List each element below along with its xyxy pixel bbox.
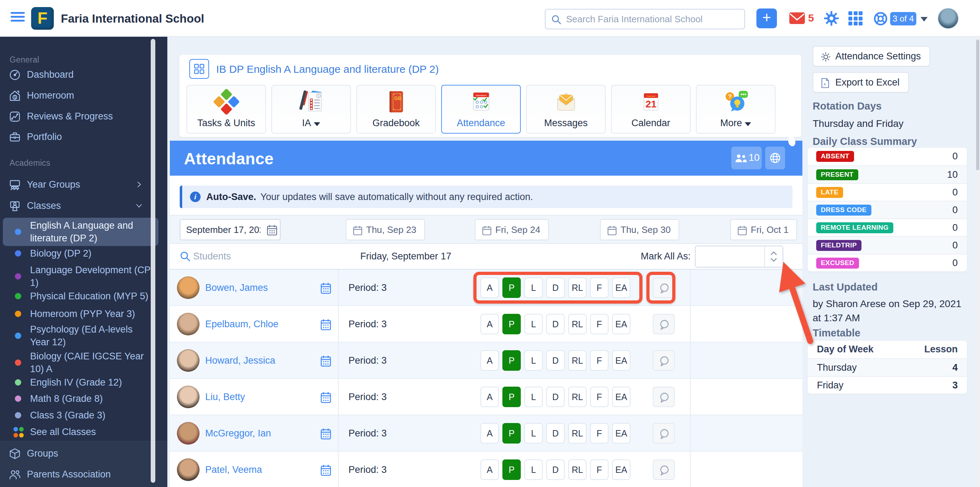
status-button-F[interactable]: F bbox=[590, 423, 609, 444]
mark-all-select[interactable] bbox=[695, 246, 783, 268]
status-button-A[interactable]: A bbox=[480, 314, 499, 334]
global-search-input[interactable] bbox=[566, 10, 740, 28]
calendar-icon[interactable] bbox=[320, 282, 331, 296]
sidebar-class-item[interactable]: Biology (DP 2) bbox=[0, 246, 161, 261]
student-name-link[interactable]: Howard, Jessica bbox=[205, 355, 275, 366]
status-button-P[interactable]: P bbox=[503, 350, 521, 371]
calendar-icon[interactable] bbox=[320, 428, 331, 441]
status-button-F[interactable]: F bbox=[590, 278, 609, 298]
status-button-EA[interactable]: EA bbox=[612, 387, 630, 407]
sidebar-class-item[interactable]: Math 8 (Grade 8) bbox=[0, 391, 161, 406]
status-button-L[interactable]: L bbox=[524, 459, 543, 480]
hamburger-menu-icon[interactable] bbox=[11, 12, 25, 25]
student-count-button[interactable]: 10 bbox=[731, 147, 762, 169]
status-button-RL[interactable]: RL bbox=[568, 350, 587, 371]
status-button-RL[interactable]: RL bbox=[568, 387, 587, 407]
status-button-EA[interactable]: EA bbox=[612, 459, 630, 480]
user-avatar[interactable] bbox=[937, 8, 959, 29]
calendar-icon[interactable] bbox=[266, 224, 278, 236]
tab-calendar[interactable]: Calendar21 Calendar bbox=[611, 85, 690, 133]
date-picker-input[interactable] bbox=[186, 220, 260, 239]
status-button-D[interactable]: D bbox=[546, 314, 565, 334]
sidebar-item-groups[interactable]: Groups bbox=[0, 446, 167, 462]
day-button[interactable]: Fri, Oct 1 bbox=[730, 219, 797, 240]
status-button-F[interactable]: F bbox=[590, 314, 609, 334]
sidebar-item-classes[interactable]: Classes bbox=[0, 198, 167, 214]
attendance-settings-button[interactable]: Attendance Settings bbox=[813, 46, 930, 67]
student-avatar[interactable] bbox=[177, 349, 199, 372]
sidebar-class-item[interactable]: Biology (CAIE IGCSE Year 10) A bbox=[0, 350, 161, 375]
status-button-P[interactable]: P bbox=[503, 278, 521, 298]
messages-icon[interactable] bbox=[789, 12, 805, 25]
status-button-D[interactable]: D bbox=[546, 387, 565, 407]
sidebar-class-item[interactable]: Language Development (CP 1) bbox=[0, 263, 161, 289]
date-picker[interactable] bbox=[180, 219, 280, 240]
sidebar-class-item[interactable]: Homeroom (PYP Year 3) bbox=[0, 306, 161, 322]
day-button[interactable]: Fri, Sep 24 bbox=[475, 219, 549, 240]
sidebar-class-item[interactable]: English A Language and literature (DP 2) bbox=[3, 218, 159, 246]
comment-button[interactable] bbox=[653, 423, 675, 444]
day-button[interactable]: Thu, Sep 30 bbox=[600, 219, 679, 240]
status-button-P[interactable]: P bbox=[503, 459, 521, 480]
status-button-EA[interactable]: EA bbox=[612, 314, 630, 334]
student-avatar[interactable] bbox=[177, 276, 199, 299]
sidebar-item-dashboard[interactable]: Dashboard bbox=[0, 67, 167, 83]
status-button-P[interactable]: P bbox=[503, 314, 521, 334]
comment-button[interactable] bbox=[653, 314, 675, 334]
sidebar-item-year-groups[interactable]: Year Groups bbox=[0, 177, 167, 193]
sidebar-class-item[interactable]: Physical Education (MYP 5) bbox=[0, 289, 161, 304]
day-button[interactable]: Thu, Sep 23 bbox=[346, 219, 425, 240]
status-button-D[interactable]: D bbox=[546, 423, 565, 444]
tab-ia[interactable]: 5 IA bbox=[271, 85, 351, 133]
student-name-link[interactable]: Bowen, James bbox=[205, 282, 268, 293]
sidebar-class-item[interactable]: English IV (Grade 12) bbox=[0, 374, 161, 390]
comment-button[interactable] bbox=[653, 278, 675, 298]
status-button-EA[interactable]: EA bbox=[612, 278, 630, 298]
chevron-down-icon[interactable] bbox=[921, 17, 928, 22]
sidebar-item-portfolio[interactable]: Portfolio bbox=[0, 129, 167, 145]
calendar-icon[interactable] bbox=[320, 319, 331, 332]
breadcrumb[interactable]: IB DP English A Language and literature … bbox=[216, 63, 439, 75]
student-avatar[interactable] bbox=[177, 458, 199, 481]
status-button-A[interactable]: A bbox=[480, 387, 499, 407]
sidebar-item-reviews[interactable]: Reviews & Progress bbox=[0, 109, 167, 124]
student-avatar[interactable] bbox=[177, 313, 199, 335]
calendar-icon[interactable] bbox=[320, 392, 331, 405]
sidebar-item-parents[interactable]: Parents Association bbox=[0, 467, 167, 482]
status-button-P[interactable]: P bbox=[503, 423, 521, 444]
status-button-D[interactable]: D bbox=[546, 278, 565, 298]
status-button-A[interactable]: A bbox=[480, 459, 499, 480]
status-button-F[interactable]: F bbox=[590, 459, 609, 480]
status-button-RL[interactable]: RL bbox=[568, 423, 587, 444]
apps-grid-icon[interactable] bbox=[848, 11, 862, 25]
student-name-link[interactable]: McGreggor, Ian bbox=[205, 428, 271, 439]
help-lifebuoy-icon[interactable] bbox=[873, 11, 888, 26]
add-button[interactable]: + bbox=[756, 8, 777, 28]
sidebar-class-item[interactable]: See all Classes bbox=[0, 424, 161, 439]
tab-messages[interactable]: Messages bbox=[526, 85, 606, 133]
status-button-EA[interactable]: EA bbox=[612, 350, 630, 371]
status-button-A[interactable]: A bbox=[480, 350, 499, 371]
status-button-RL[interactable]: RL bbox=[568, 459, 587, 480]
status-button-P[interactable]: P bbox=[503, 387, 521, 407]
students-filter-input[interactable] bbox=[193, 247, 299, 265]
student-name-link[interactable]: Liu, Betty bbox=[205, 392, 245, 403]
sidebar-class-item[interactable]: Class 3 (Grade 3) bbox=[0, 408, 161, 423]
tab-attendance[interactable]: Attendance Attendance bbox=[441, 85, 521, 133]
status-button-L[interactable]: L bbox=[524, 350, 543, 371]
class-grid-button[interactable] bbox=[189, 59, 209, 79]
status-button-A[interactable]: A bbox=[480, 278, 499, 298]
tab-gradebook[interactable]: GB Gradebook bbox=[356, 85, 436, 133]
globe-button[interactable] bbox=[765, 147, 785, 169]
tab-tasks[interactable]: Tasks & Units bbox=[186, 85, 266, 133]
sidebar-item-homeroom[interactable]: Homeroom bbox=[0, 88, 167, 103]
export-excel-button[interactable]: x Export to Excel bbox=[813, 72, 909, 93]
comment-button[interactable] bbox=[653, 387, 675, 407]
status-button-L[interactable]: L bbox=[524, 423, 543, 444]
status-button-L[interactable]: L bbox=[524, 387, 543, 407]
student-name-link[interactable]: Epelbaum, Chloe bbox=[205, 319, 278, 330]
student-name-link[interactable]: Patel, Veema bbox=[205, 465, 262, 475]
comment-button[interactable] bbox=[653, 350, 675, 371]
tab-more[interactable]: ? More bbox=[696, 85, 775, 133]
status-button-D[interactable]: D bbox=[546, 459, 565, 480]
